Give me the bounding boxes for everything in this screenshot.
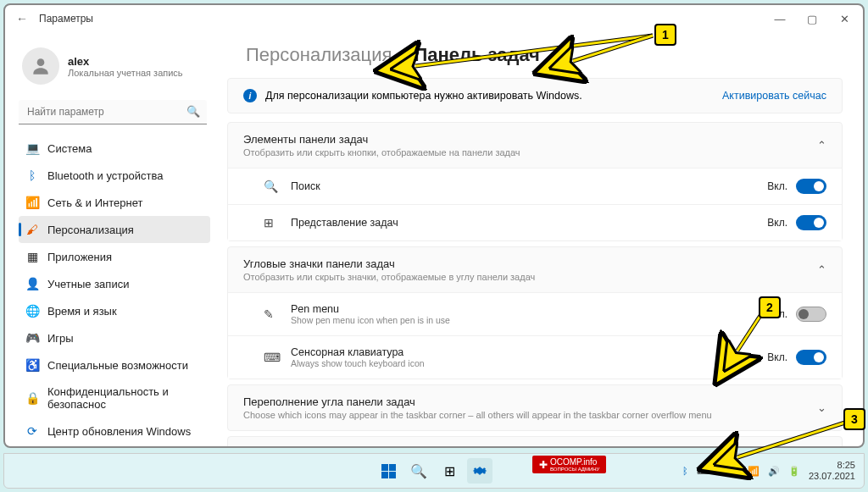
annotation-3: 3	[843, 408, 865, 430]
annotation-2: 2	[759, 296, 781, 318]
svg-line-8	[737, 422, 848, 457]
annotation-1: 1	[654, 24, 676, 46]
svg-line-2	[415, 36, 653, 66]
